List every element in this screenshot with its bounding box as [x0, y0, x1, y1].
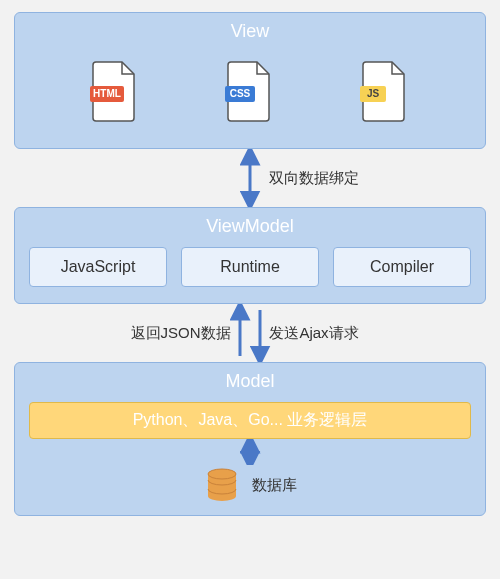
connector1-label: 双向数据绑定 — [269, 169, 359, 188]
database-icon — [204, 467, 240, 503]
connector2-down-label: 发送Ajax请求 — [269, 324, 358, 343]
viewmodel-item-javascript: JavaScript — [29, 247, 167, 287]
js-file-icon: JS — [360, 60, 410, 122]
css-file-icon: CSS — [225, 60, 275, 122]
connector2-up-label: 返回JSON数据 — [131, 324, 231, 343]
connector-viewmodel-model: 返回JSON数据 发送Ajax请求 — [14, 304, 486, 362]
html-file-icon: HTML — [90, 60, 140, 122]
database-label: 数据库 — [252, 476, 297, 495]
connector-view-viewmodel: 双向数据绑定 — [14, 149, 486, 207]
viewmodel-title: ViewModel — [29, 216, 471, 237]
js-badge-text: JS — [367, 88, 380, 99]
viewmodel-item-runtime: Runtime — [181, 247, 319, 287]
viewmodel-items-row: JavaScript Runtime Compiler — [29, 247, 471, 287]
view-title: View — [29, 21, 471, 42]
css-badge-text: CSS — [230, 88, 251, 99]
view-layer: View HTML CSS JS — [14, 12, 486, 149]
business-logic-box: Python、Java、Go... 业务逻辑层 — [29, 402, 471, 439]
database-row: 数据库 — [29, 467, 471, 503]
viewmodel-item-compiler: Compiler — [333, 247, 471, 287]
model-layer: Model Python、Java、Go... 业务逻辑层 数据库 — [14, 362, 486, 516]
connector-business-db — [29, 439, 471, 465]
bidirectional-arrow-small-icon — [238, 439, 262, 465]
viewmodel-layer: ViewModel JavaScript Runtime Compiler — [14, 207, 486, 304]
html-badge-text: HTML — [93, 88, 121, 99]
model-title: Model — [29, 371, 471, 392]
view-icons-row: HTML CSS JS — [29, 52, 471, 132]
bidirectional-arrow-icon — [235, 149, 265, 207]
